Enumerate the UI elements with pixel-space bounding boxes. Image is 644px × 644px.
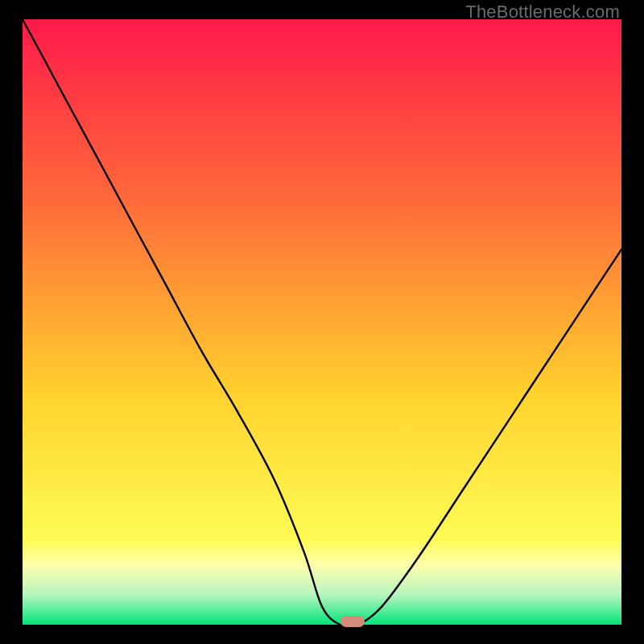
gradient-background	[23, 19, 621, 625]
watermark-text: TheBottleneck.com	[465, 2, 620, 23]
optimum-marker	[341, 616, 365, 627]
bottleneck-chart	[23, 19, 621, 625]
